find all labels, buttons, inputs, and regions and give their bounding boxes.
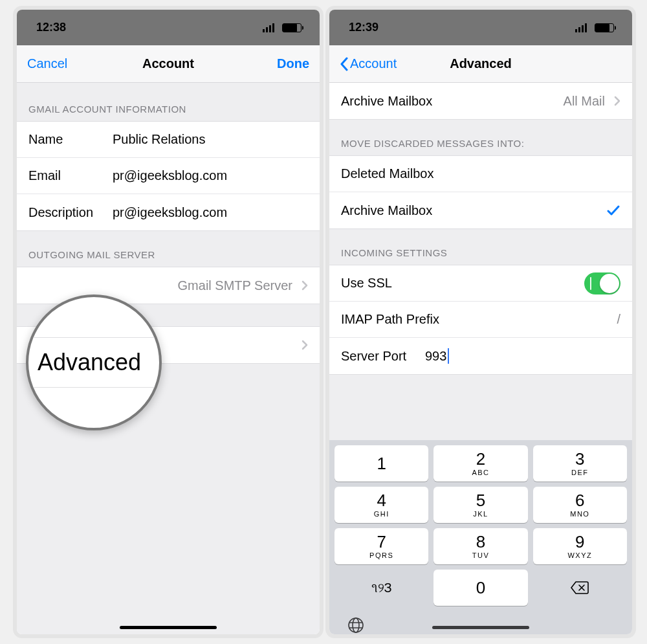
chevron-right-icon (302, 280, 308, 291)
key-9[interactable]: 9WXYZ (533, 528, 627, 564)
section-header-incoming: INCOMING SETTINGS (329, 229, 632, 265)
key-8[interactable]: 8TUV (433, 528, 527, 564)
row-imap-prefix[interactable]: IMAP Path Prefix / (329, 302, 632, 338)
key-4[interactable]: 4GHI (334, 487, 428, 523)
use-ssl-toggle[interactable] (584, 272, 620, 294)
key-1[interactable]: 1 (334, 445, 428, 482)
battery-icon (595, 23, 614, 32)
chevron-left-icon (340, 57, 349, 71)
archive-mailbox-opt-label: Archive Mailbox (341, 203, 606, 218)
use-ssl-label: Use SSL (341, 276, 584, 291)
key-backspace[interactable] (533, 570, 627, 606)
advanced-content: Archive Mailbox All Mail MOVE DISCARDED … (329, 83, 632, 440)
row-description[interactable]: Description pr@igeeksblog.com (17, 194, 320, 230)
status-time: 12:39 (349, 21, 378, 34)
smtp-value: Gmail SMTP Server (113, 278, 296, 293)
battery-icon (282, 23, 302, 32)
back-button[interactable]: Account (340, 56, 398, 71)
name-label: Name (28, 132, 113, 147)
globe-icon[interactable] (347, 617, 364, 634)
key-alt-script[interactable]: ૧୨З (334, 570, 428, 606)
magnified-label: Advanced (28, 349, 159, 376)
name-value: Public Relations (113, 132, 308, 147)
key-6[interactable]: 6MNO (533, 487, 627, 523)
email-label: Email (28, 168, 113, 183)
archive-mailbox-value: All Mail (432, 94, 609, 109)
row-smtp[interactable]: Gmail SMTP Server (17, 267, 320, 304)
imap-prefix-value: / (611, 312, 620, 327)
chevron-right-icon (614, 96, 620, 106)
nav-bar: Account Advanced (329, 45, 632, 83)
section-header-outgoing: OUTGOING MAIL SERVER (17, 231, 320, 267)
check-icon (606, 203, 620, 217)
chevron-right-icon (302, 340, 308, 350)
key-0[interactable]: 0 (433, 570, 527, 606)
key-2[interactable]: 2ABC (433, 445, 527, 482)
cancel-button[interactable]: Cancel (27, 56, 85, 71)
server-port-label: Server Port (341, 349, 425, 364)
key-5[interactable]: 5JKL (433, 487, 527, 523)
cellular-signal-icon (263, 23, 274, 32)
section-header-discarded: MOVE DISCARDED MESSAGES INTO: (329, 120, 632, 155)
nav-title: Advanced (398, 56, 564, 71)
magnifier-advanced: Advanced (26, 294, 162, 430)
cellular-signal-icon (575, 23, 587, 32)
description-label: Description (28, 205, 113, 220)
status-bar: 12:38 (17, 10, 320, 45)
row-name[interactable]: Name Public Relations (17, 122, 320, 158)
svg-point-0 (349, 618, 363, 632)
svg-point-1 (353, 618, 359, 632)
home-indicator (432, 626, 529, 629)
screenshot-account: 12:38 Cancel Account Done GMAIL ACCOUNT … (17, 10, 320, 634)
archive-mailbox-label: Archive Mailbox (341, 94, 432, 109)
section-header-account-info: GMAIL ACCOUNT INFORMATION (17, 83, 320, 121)
description-value: pr@igeeksblog.com (113, 205, 308, 220)
row-deleted-mailbox[interactable]: Deleted Mailbox (329, 156, 632, 192)
email-value: pr@igeeksblog.com (113, 168, 308, 183)
back-label: Account (350, 56, 397, 71)
row-server-port[interactable]: Server Port 993 (329, 338, 632, 374)
nav-title: Account (85, 56, 251, 71)
server-port-value[interactable]: 993 (425, 349, 446, 364)
number-keypad: 12ABC3DEF4GHI5JKL6MNO7PQRS8TUV9WXYZ ૧୨З … (329, 440, 632, 634)
row-archive-mailbox[interactable]: Archive Mailbox All Mail (329, 83, 632, 119)
imap-prefix-label: IMAP Path Prefix (341, 312, 611, 327)
done-button[interactable]: Done (251, 56, 309, 71)
home-indicator (120, 626, 217, 629)
key-3[interactable]: 3DEF (533, 445, 627, 482)
deleted-mailbox-label: Deleted Mailbox (341, 166, 620, 181)
row-archive-mailbox-opt[interactable]: Archive Mailbox (329, 192, 632, 228)
screenshot-advanced: 12:39 Account Advanced Archive Mailbox A… (329, 10, 632, 634)
key-7[interactable]: 7PQRS (334, 528, 428, 564)
row-use-ssl: Use SSL (329, 265, 632, 302)
status-time: 12:38 (36, 21, 66, 34)
nav-bar: Cancel Account Done (17, 45, 320, 83)
text-cursor (448, 348, 449, 364)
status-bar: 12:39 (329, 10, 632, 45)
row-email[interactable]: Email pr@igeeksblog.com (17, 158, 320, 194)
